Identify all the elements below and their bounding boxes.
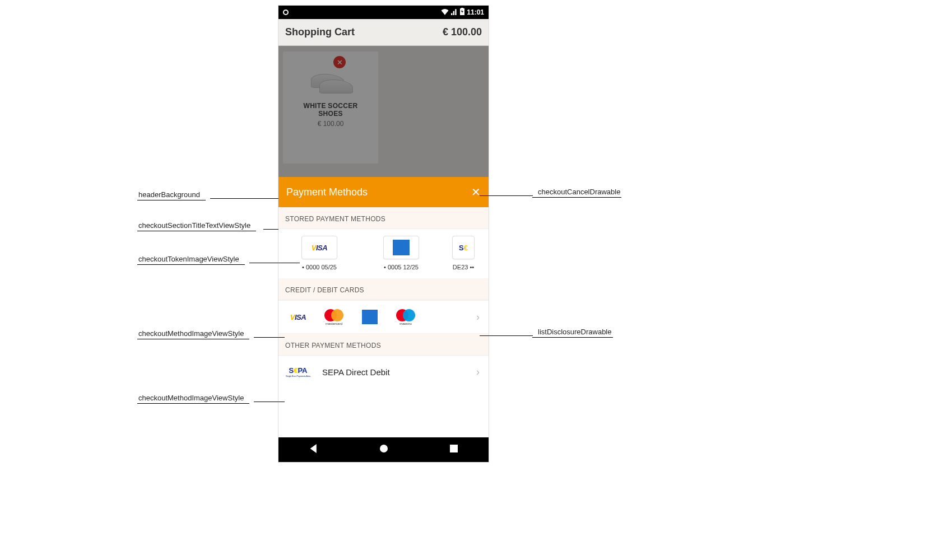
wifi-icon bbox=[441, 8, 449, 17]
stored-token-visa[interactable]: VISA • 0000 05/25 bbox=[289, 236, 350, 270]
stored-token-sub: • 0005 12/25 bbox=[370, 264, 432, 270]
annotation-list-disclosure: listDisclosureDrawable bbox=[482, 328, 613, 338]
payment-sheet-header: Payment Methods ✕ bbox=[278, 177, 489, 207]
svg-rect-1 bbox=[461, 8, 463, 9]
stored-methods-row[interactable]: VISA • 0000 05/25 • 0005 12/25 S€ DE23 •… bbox=[278, 229, 489, 278]
close-icon: ✕ bbox=[471, 186, 481, 198]
close-sheet-button[interactable]: ✕ bbox=[471, 185, 481, 199]
annotation-header-background: headerBackground bbox=[137, 190, 277, 200]
chevron-right-icon: › bbox=[476, 311, 482, 323]
dim-overlay bbox=[278, 46, 489, 177]
amex-icon bbox=[393, 240, 410, 255]
annotation-token-image-style: checkoutTokenImageViewStyle bbox=[137, 255, 277, 265]
annotation-method-image-style-1: checkoutMethodImageViewStyle bbox=[137, 329, 277, 339]
cards-row[interactable]: VISA mastercard maestro › bbox=[278, 300, 489, 334]
cart-title: Shopping Cart bbox=[285, 26, 355, 38]
circle-icon bbox=[283, 10, 289, 15]
stored-section-title: STORED PAYMENT METHODS bbox=[278, 207, 489, 229]
android-nav-bar bbox=[278, 437, 489, 462]
stored-token-sepa[interactable]: S€ DE23 •• bbox=[452, 236, 475, 270]
nav-home-button[interactable] bbox=[379, 444, 388, 455]
sepa-direct-debit-row[interactable]: S€PA Single Euro Payments Area SEPA Dire… bbox=[278, 356, 489, 388]
sepa-icon: S€PA Single Euro Payments Area bbox=[285, 363, 311, 380]
status-right: 11:01 bbox=[441, 8, 484, 17]
battery-icon bbox=[460, 8, 464, 17]
android-status-bar: 11:01 bbox=[278, 6, 489, 19]
chevron-right-icon: › bbox=[476, 366, 482, 378]
cards-section-title: CREDIT / DEBIT CARDS bbox=[278, 278, 489, 300]
visa-icon: VISA bbox=[312, 244, 327, 252]
cart-total: € 100.00 bbox=[443, 26, 482, 38]
nav-recent-button[interactable] bbox=[450, 445, 458, 455]
stored-token-sub: DE23 •• bbox=[452, 264, 475, 270]
annotation-section-title-style: checkoutSectionTitleTextViewStyle bbox=[137, 221, 277, 231]
stored-token-sub: • 0000 05/25 bbox=[289, 264, 350, 270]
mastercard-icon: mastercard bbox=[321, 309, 347, 325]
annotation-method-image-style-2: checkoutMethodImageViewStyle bbox=[137, 394, 277, 404]
signal-icon bbox=[451, 8, 458, 17]
other-method-label: SEPA Direct Debit bbox=[322, 367, 390, 377]
cart-body-dimmed: ✕ WHITE SOCCER SHOES € 100.00 bbox=[278, 46, 489, 177]
nav-back-button[interactable] bbox=[309, 444, 318, 455]
stored-token-amex[interactable]: • 0005 12/25 bbox=[370, 236, 432, 270]
amex-icon bbox=[357, 309, 383, 325]
svg-rect-3 bbox=[450, 445, 458, 452]
visa-icon: VISA bbox=[285, 309, 311, 325]
other-section-title: OTHER PAYMENT METHODS bbox=[278, 334, 489, 356]
sepa-icon: S€ bbox=[459, 244, 468, 252]
svg-point-2 bbox=[380, 445, 388, 452]
status-left bbox=[283, 10, 289, 15]
status-time: 11:01 bbox=[467, 8, 484, 16]
maestro-icon: maestro bbox=[393, 309, 419, 325]
cart-header: Shopping Cart € 100.00 bbox=[278, 19, 489, 46]
phone-frame: 11:01 Shopping Cart € 100.00 ✕ WHITE SOC… bbox=[278, 6, 489, 462]
annotation-cancel-drawable: checkoutCancelDrawable bbox=[482, 188, 621, 198]
sheet-title: Payment Methods bbox=[286, 186, 368, 198]
